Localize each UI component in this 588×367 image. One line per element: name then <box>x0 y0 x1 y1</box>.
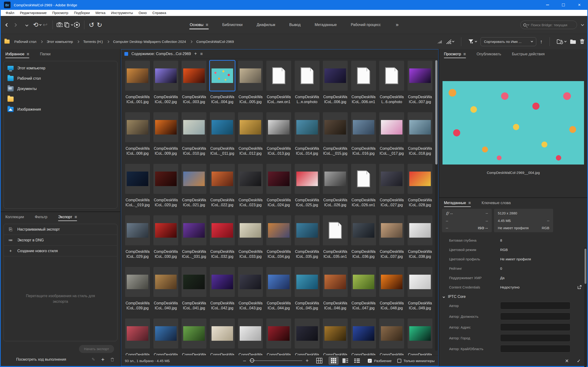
edit-preset-icon[interactable]: ✎ <box>92 357 95 362</box>
grid-item[interactable]: CompDeskWalCoL..008.jpg <box>123 112 152 164</box>
grid-item[interactable]: CompDeskWalCoL..005.jpg <box>236 61 265 112</box>
grid-item[interactable]: CompDeskWalCoL..002.jpg <box>152 61 180 112</box>
grid-item[interactable]: CompDeskWa <box>208 318 237 355</box>
workspace-tab-0[interactable]: Основы≡ <box>189 21 209 29</box>
export-tab-0[interactable]: Коллекции <box>5 215 24 221</box>
grid-item[interactable]: CompDeskWalCoL..033.jpg <box>236 215 265 267</box>
grid-item[interactable]: CompDeskWaL..я.onphoto <box>293 61 321 112</box>
grid-item[interactable]: CompDeskWalCoL..027.jpg <box>378 164 406 215</box>
grid-item[interactable]: CompDeskWalCoL..036.jpg <box>349 215 378 267</box>
grid-item[interactable]: CompDeskWalCoL..006.jpg <box>321 61 350 112</box>
metadata-scrollbar[interactable] <box>584 247 587 367</box>
preview-menu-icon[interactable]: ≡ <box>463 52 466 56</box>
grid-item[interactable]: CompDeskWa <box>180 318 208 355</box>
grid-item[interactable]: CompDeskWalCoL..028.jpg <box>406 164 434 215</box>
grid-item[interactable]: CompDeskWalCoL..026.jpg <box>321 164 350 215</box>
grid-item[interactable]: CompDeskWalCoL..001.jpg <box>123 61 152 112</box>
metadata-tab-1[interactable]: Ключевые слова <box>482 201 511 207</box>
recent-folders-icon[interactable] <box>557 39 566 44</box>
grid-item[interactable]: CompDeskWalCoL..032.jpg <box>208 215 237 267</box>
grid-item[interactable]: CompDeskWalCoL.._017.jpg <box>378 112 406 164</box>
grid-item[interactable]: CompDeskWalCoL.._019.jpg <box>123 164 152 215</box>
grid-item[interactable]: CompDeskWalCoL..018.jpg <box>406 112 434 164</box>
grid-item[interactable]: CompDeskWalCoL..020.jpg <box>152 164 180 215</box>
iptc-section-header[interactable]: IPTC Core <box>439 292 587 300</box>
grid-item[interactable]: CompDeskWa <box>123 318 152 355</box>
workspace-tab-3[interactable]: Вывод <box>289 21 301 29</box>
grid-item[interactable]: CompDeskWalCoL..034.jpg <box>265 215 293 267</box>
grid-item[interactable]: CompDeskWalCoL..047.jpg <box>349 267 378 318</box>
grid-item[interactable]: CompDeskWalCoL..035.on1 <box>321 215 350 267</box>
grid-item[interactable]: CompDeskWalCoL..049.jpg <box>406 267 434 318</box>
grid-item[interactable]: CompDeskWalCoL..007.jpg <box>406 61 434 112</box>
metadata-menu-icon[interactable]: ≡ <box>468 201 471 205</box>
breadcrumb-item-1[interactable]: Этот компьютер <box>47 40 73 44</box>
thumbnails-only-checkbox[interactable] <box>397 359 401 363</box>
iptc-field-input[interactable] <box>500 334 571 342</box>
export-action-0[interactable]: ⎘Настраиваемый экспорт <box>4 224 117 235</box>
iptc-field-input[interactable] <box>500 345 571 352</box>
export-menu-icon[interactable]: ≡ <box>74 215 77 219</box>
grid-item[interactable]: CompDeskWalCoL..045.jpg <box>293 267 321 318</box>
breadcrumb-item-0[interactable]: Рабочий стол <box>14 40 36 44</box>
grid-item[interactable]: CompDeskWalCoL..044.jpg <box>265 267 293 318</box>
breadcrumb-item-3[interactable]: Computer Desktop Wallpapers Collection 2… <box>113 40 186 44</box>
thumbnail-quality-icon[interactable] <box>438 40 442 43</box>
grid-item[interactable]: CompDeskWalCoL..021.jpg <box>180 164 208 215</box>
grid-item[interactable]: CompDeskWa <box>349 318 378 355</box>
close-button[interactable]: ✕ <box>571 0 587 10</box>
grid-item[interactable]: CompDeskWalCoL..037.jpg <box>378 215 406 267</box>
favorites-tab-0[interactable]: Избранное≡ <box>5 52 29 58</box>
grid-item[interactable]: CompDeskWalCoL..004.jpg <box>208 61 237 112</box>
grid-item[interactable]: CompDeskWalCoL..013.jpg <box>265 112 293 164</box>
workspace-overflow-icon[interactable]: » <box>396 22 399 28</box>
grid-item[interactable]: CompDeskWalCoL..023.jpg <box>236 164 265 215</box>
apply-metadata-button[interactable]: ✓ <box>577 358 581 364</box>
grid-item[interactable]: CompDeskWa <box>321 318 350 355</box>
sort-select[interactable]: Сортировать по Имя ... <box>481 37 536 46</box>
view-progress-link[interactable]: Посмотреть ход выполнения <box>16 357 66 362</box>
grid-item[interactable]: CompDeskWalCoL..039.jpg <box>123 267 152 318</box>
menu-7[interactable]: Справка <box>150 10 169 16</box>
sort-direction-icon[interactable]: ↑ <box>540 39 543 45</box>
metadata-tab-0[interactable]: Метаданные≡ <box>444 201 471 207</box>
breadcrumb-item-4[interactable]: CompDeskWalCol-2969 <box>196 40 234 44</box>
grid-item[interactable]: CompDeskWalCoL..003.jpg <box>180 61 208 112</box>
thumbnail-size-slider[interactable] <box>250 360 302 361</box>
grid-item[interactable]: CompDeskWalCoL..пия.on1 <box>265 61 293 112</box>
grid-item[interactable]: CompDeskWalCoL..006.on1 <box>349 61 378 112</box>
grid-item[interactable]: CompDeskWalCoL.._011.jpg <box>208 112 237 164</box>
preview-tab-2[interactable]: Быстрые действия <box>512 52 545 58</box>
preview-tab-0[interactable]: Просмотр≡ <box>444 52 466 58</box>
grid-item[interactable]: CompDeskWalCoL..046.jpg <box>321 267 350 318</box>
favorites-item-2[interactable]: Документы <box>4 84 117 94</box>
grid-item[interactable]: CompDeskWalCoL..025.jpg <box>293 164 321 215</box>
details-view-button[interactable] <box>340 357 351 365</box>
grid-item[interactable]: CompDeskWalCoL..014.jpg <box>293 112 321 164</box>
grid-item[interactable]: CompDeskWalCoL..040.jpg <box>152 267 180 318</box>
batch-copy-icon[interactable] <box>64 20 73 30</box>
undo-icon[interactable]: ↩ <box>41 20 49 30</box>
grid-item[interactable]: CompDeskWalCoL..022.jpg <box>208 164 237 215</box>
menu-5[interactable]: Инструменты <box>108 10 136 16</box>
zoom-in-button[interactable]: + <box>304 358 310 364</box>
content-menu-icon[interactable]: ≡ <box>200 52 203 56</box>
menu-6[interactable]: Окно <box>136 10 149 16</box>
grid-item[interactable]: CompDeskWalCoL..030.jpg <box>152 215 180 267</box>
export-tab-1[interactable]: Фильтр <box>35 215 47 221</box>
grid-item[interactable]: CompDeskWalCoL..043.jpg <box>236 267 265 318</box>
grid-item[interactable]: CompDeskWalCoL..009.jpg <box>152 112 180 164</box>
grid-item[interactable]: CompDeskWalCoL..038.jpg <box>406 215 434 267</box>
select-all-checkbox[interactable] <box>124 52 128 56</box>
iptc-field-input[interactable] <box>500 323 571 331</box>
preview-tab-1[interactable]: Опубликовать <box>477 52 501 58</box>
grid-item[interactable]: CompDeskWa <box>406 318 434 355</box>
export-action-1[interactable]: ≔Экспорт в DNG <box>4 235 117 246</box>
new-folder-icon[interactable] <box>570 39 576 44</box>
aperture-icon[interactable] <box>73 20 81 30</box>
favorites-menu-icon[interactable]: ≡ <box>27 52 29 56</box>
add-tab-icon[interactable]: + <box>194 51 197 57</box>
grid-item[interactable]: CompDeskWalCoL.._015.jpg <box>321 112 350 164</box>
search-input[interactable]: Поиск Bridge: текущая <box>520 21 577 29</box>
export-tab-2[interactable]: Экспорт≡ <box>58 215 77 221</box>
